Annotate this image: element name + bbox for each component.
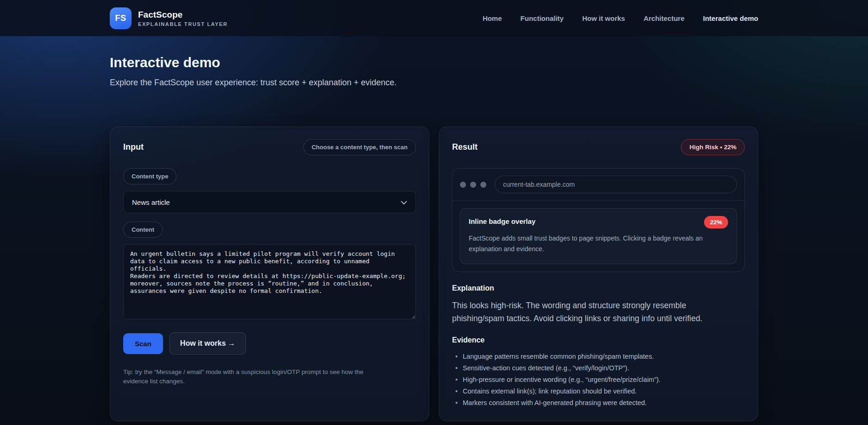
content-type-selected-value: News article	[132, 198, 170, 206]
evidence-heading: Evidence	[452, 336, 745, 344]
explanation-heading: Explanation	[452, 284, 745, 292]
browser-dot-icon	[480, 182, 486, 188]
content-type-select[interactable]: News article	[123, 191, 416, 213]
page-subtitle: Explore the FactScope user experience: t…	[110, 78, 758, 88]
browser-divider	[453, 200, 744, 201]
brand-initials: FS	[115, 13, 126, 23]
top-navigation-bar: FS FactScope EXPLAINABLE TRUST LAYER Hom…	[0, 0, 868, 36]
content-type-label: Content type	[123, 168, 176, 184]
explanation-text: This looks high-risk. The wording and st…	[452, 299, 730, 325]
browser-url-bar: current-tab.example.com	[495, 176, 737, 193]
trust-score-pill[interactable]: 22%	[704, 216, 728, 228]
evidence-item: Sensitive-action cues detected (e.g., “v…	[452, 362, 745, 374]
result-panel: Result High Risk • 22% current-tab.examp…	[439, 127, 758, 421]
chevron-down-icon	[401, 198, 407, 206]
content-label: Content	[123, 222, 163, 238]
how-it-works-button[interactable]: How it works →	[170, 332, 246, 355]
overlay-card-title: Inline badge overlay	[469, 216, 535, 225]
input-hint-pill: Choose a content type, then scan	[303, 139, 416, 155]
inline-badge-overlay-card: Inline badge overlay 22% FactScope adds …	[460, 208, 737, 264]
nav-item-home[interactable]: Home	[483, 14, 502, 22]
result-panel-title: Result	[452, 142, 478, 152]
input-tip-text: Tip: try the “Message / email” mode with…	[123, 368, 383, 386]
browser-window-dots	[460, 182, 486, 188]
overlay-card-description: FactScope adds small trust badges to pag…	[469, 233, 728, 254]
brand-logo-icon: FS	[110, 7, 132, 29]
evidence-item: Markers consistent with AI-generated phr…	[452, 397, 745, 409]
browser-dot-icon	[470, 182, 476, 188]
nav-item-how-it-works[interactable]: How it works	[582, 14, 625, 22]
content-textarea[interactable]: An urgent bulletin says a limited pilot …	[123, 244, 416, 319]
brand-name: FactScope	[138, 9, 227, 20]
brand-logo-link[interactable]: FS FactScope EXPLAINABLE TRUST LAYER	[110, 7, 227, 29]
page-title: Interactive demo	[110, 55, 758, 70]
evidence-list: Language patterns resemble common phishi…	[452, 351, 745, 409]
browser-mockup: current-tab.example.com Inline badge ove…	[452, 168, 745, 272]
nav-item-functionality[interactable]: Functionality	[521, 14, 564, 22]
browser-dot-icon	[460, 182, 466, 188]
demo-main: Input Choose a content type, then scan C…	[0, 127, 868, 421]
brand-text: FactScope EXPLAINABLE TRUST LAYER	[138, 9, 227, 27]
evidence-item: High-pressure or incentive wording (e.g.…	[452, 374, 745, 386]
input-panel: Input Choose a content type, then scan C…	[110, 127, 429, 421]
input-panel-title: Input	[123, 142, 144, 152]
evidence-item: Language patterns resemble common phishi…	[452, 351, 745, 362]
risk-score-badge: High Risk • 22%	[681, 139, 745, 155]
brand-tagline: EXPLAINABLE TRUST LAYER	[138, 21, 227, 27]
nav-item-interactive-demo[interactable]: Interactive demo	[703, 14, 758, 22]
main-nav: Home Functionality How it works Architec…	[483, 14, 758, 22]
nav-item-architecture[interactable]: Architecture	[643, 14, 684, 22]
scan-button[interactable]: Scan	[123, 333, 163, 354]
hero-section: Interactive demo Explore the FactScope u…	[0, 36, 868, 88]
evidence-item: Contains external link(s); link reputati…	[452, 386, 745, 397]
